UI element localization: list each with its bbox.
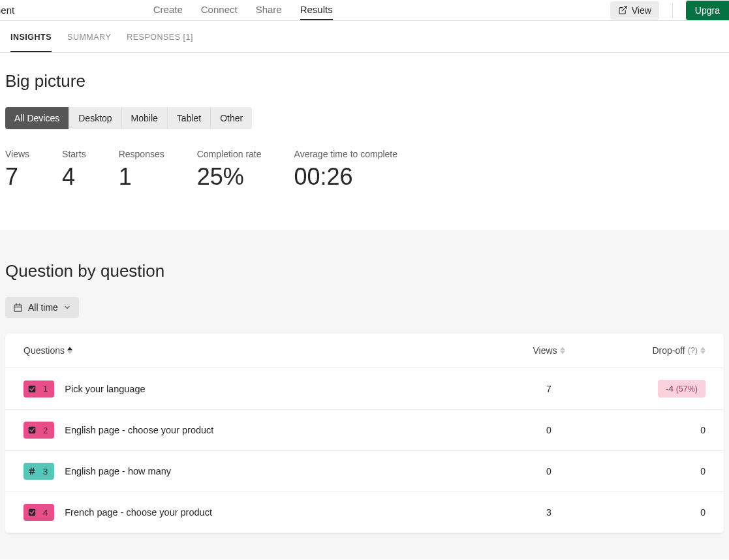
question-row[interactable]: 2English page - choose your product00 <box>5 410 724 451</box>
svg-line-15 <box>31 468 31 474</box>
checkbox-icon <box>23 508 40 517</box>
device-filter-tabs: All DevicesDesktopMobileTabletOther <box>5 107 252 129</box>
stat-average-time-to-complete: Average time to complete00:26 <box>294 149 398 191</box>
dropoff-cell: -4 (57%) <box>601 380 706 397</box>
dropoff-cell: 0 <box>601 425 706 435</box>
question-number: 4 <box>40 508 54 518</box>
big-picture-section: Big picture All DevicesDesktopMobileTabl… <box>0 53 729 204</box>
question-title: Pick your language <box>65 384 145 394</box>
dropoff-cell: 0 <box>601 466 706 476</box>
qbq-title: Question by question <box>5 261 724 281</box>
form-title-truncated: to payment <box>0 5 14 16</box>
question-badge: 1 <box>23 381 54 397</box>
checkbox-icon <box>23 426 40 435</box>
views-cell: 0 <box>497 466 601 476</box>
views-cell: 3 <box>497 507 601 518</box>
stat-label: Average time to complete <box>294 149 398 159</box>
dropoff-pill: -4 (57%) <box>658 380 706 397</box>
questions-table-header: Questions Views Drop-off (?) <box>5 334 724 368</box>
question-title: French page - choose your product <box>65 507 212 518</box>
svg-marker-9 <box>700 347 706 350</box>
svg-marker-7 <box>560 347 565 350</box>
question-row[interactable]: 1Pick your language7-4 (57%) <box>5 368 724 410</box>
device-tab-tablet[interactable]: Tablet <box>168 107 211 129</box>
question-badge: 4 <box>23 504 54 521</box>
questions-table: Questions Views Drop-off (?) <box>5 334 724 533</box>
main-tab-create[interactable]: Create <box>153 0 183 20</box>
time-filter-button[interactable]: All time <box>5 297 79 318</box>
question-cell: 1Pick your language <box>23 381 497 397</box>
subtab-insights[interactable]: INSIGHTS <box>10 21 52 52</box>
sort-icon <box>560 347 565 354</box>
svg-line-0 <box>622 7 627 11</box>
calendar-icon <box>13 303 23 313</box>
dropoff-cell: 0 <box>601 507 706 518</box>
question-cell: 3English page - how many <box>23 463 497 480</box>
question-number: 1 <box>40 384 54 394</box>
time-filter-label: All time <box>28 302 58 313</box>
views-cell: 0 <box>497 425 601 435</box>
stat-value: 1 <box>119 163 164 191</box>
stat-value: 4 <box>62 163 86 191</box>
upgrade-button[interactable]: Upgra <box>686 1 729 20</box>
sort-icon <box>700 347 706 354</box>
stat-value: 00:26 <box>294 163 398 191</box>
question-row[interactable]: 4French page - choose your product30 <box>5 492 724 533</box>
top-bar: to payment CreateConnectShareResults Vie… <box>0 0 729 21</box>
col-views-label: Views <box>533 345 557 356</box>
checkbox-icon <box>23 384 40 394</box>
col-dropoff[interactable]: Drop-off (?) <box>601 345 706 356</box>
question-by-question-section: Question by question All time Questions … <box>0 230 729 559</box>
main-tab-share[interactable]: Share <box>256 0 282 20</box>
col-questions-label: Questions <box>23 345 65 356</box>
question-row[interactable]: 3English page - how many00 <box>5 451 724 492</box>
question-badge: 2 <box>23 422 54 439</box>
question-title: English page - choose your product <box>65 425 213 435</box>
question-number: 3 <box>40 467 54 476</box>
stat-label: Completion rate <box>197 149 262 159</box>
stat-label: Responses <box>119 149 164 159</box>
device-tab-all-devices[interactable]: All Devices <box>5 107 69 129</box>
top-actions: View Upgra <box>610 1 724 20</box>
upgrade-button-label: Upgra <box>695 5 720 16</box>
view-button-label: View <box>632 5 651 16</box>
dropoff-help[interactable]: (?) <box>688 346 698 355</box>
stat-label: Views <box>5 149 29 159</box>
results-subtabs: INSIGHTSSUMMARYRESPONSES [1] <box>0 21 729 53</box>
svg-marker-6 <box>67 351 72 354</box>
main-tabs: CreateConnectShareResults <box>153 0 333 20</box>
vertical-divider <box>672 3 673 18</box>
stat-label: Starts <box>62 149 86 159</box>
device-tab-mobile[interactable]: Mobile <box>122 107 168 129</box>
question-number: 2 <box>40 426 54 435</box>
svg-marker-5 <box>67 347 72 350</box>
svg-rect-1 <box>14 305 22 311</box>
col-dropoff-label: Drop-off <box>652 345 685 356</box>
hash-icon <box>23 467 40 476</box>
main-tab-connect[interactable]: Connect <box>201 0 238 20</box>
question-badge: 3 <box>23 463 54 480</box>
svg-marker-8 <box>560 351 565 354</box>
svg-marker-10 <box>700 351 706 354</box>
device-tab-other[interactable]: Other <box>211 107 252 129</box>
device-tab-desktop[interactable]: Desktop <box>69 107 121 129</box>
stat-value: 25% <box>197 163 262 191</box>
col-views[interactable]: Views <box>497 345 601 356</box>
view-button[interactable]: View <box>610 1 659 20</box>
subtab-responses-[interactable]: RESPONSES [1] <box>127 21 193 52</box>
stat-views: Views7 <box>5 149 29 191</box>
sort-icon <box>67 347 72 354</box>
stat-starts: Starts4 <box>62 149 86 191</box>
svg-line-16 <box>33 468 33 474</box>
stats-row: Views7Starts4Responses1Completion rate25… <box>5 149 724 191</box>
question-cell: 2English page - choose your product <box>23 422 497 439</box>
stat-responses: Responses1 <box>119 149 164 191</box>
stat-completion-rate: Completion rate25% <box>197 149 262 191</box>
chevron-down-icon <box>63 303 71 311</box>
main-tab-results[interactable]: Results <box>300 0 333 20</box>
question-cell: 4French page - choose your product <box>23 504 497 521</box>
col-questions[interactable]: Questions <box>23 345 497 356</box>
external-link-icon <box>618 5 628 15</box>
subtab-summary[interactable]: SUMMARY <box>67 21 111 52</box>
views-cell: 7 <box>497 384 601 394</box>
